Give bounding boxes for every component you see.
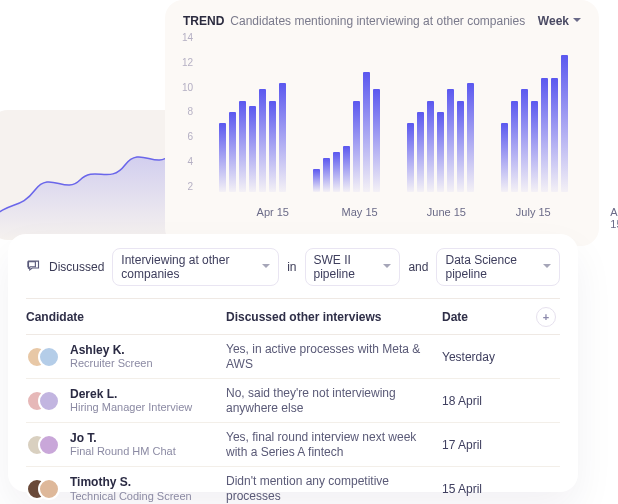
table-row[interactable]: Timothy S.Technical Coding ScreenDidn't … xyxy=(26,467,560,504)
col-header-candidate: Candidate xyxy=(26,310,226,324)
chart-bar xyxy=(437,112,444,192)
candidate-name: Ashley K. xyxy=(70,344,153,357)
trend-chart: 1412108642 Apr 15May 15June 15July 15Aug… xyxy=(183,38,581,213)
trend-range-dropdown[interactable]: Week xyxy=(538,14,581,28)
col-header-date: Date xyxy=(442,310,532,324)
date-cell: 17 April xyxy=(442,438,532,452)
trend-header: TREND Candidates mentioning interviewing… xyxy=(183,14,581,28)
chart-bar xyxy=(333,152,340,192)
chart-bar xyxy=(531,101,538,192)
chart-bar xyxy=(363,72,370,192)
chart-bar xyxy=(279,83,286,192)
chart-xlabel: June 15 xyxy=(427,206,466,218)
candidate-name: Timothy S. xyxy=(70,476,192,489)
chevron-down-icon xyxy=(573,18,581,26)
filter-bar: Discussed Interviewing at other companie… xyxy=(26,248,560,286)
chart-bar xyxy=(259,89,266,192)
avatar-pair xyxy=(26,388,62,414)
chart-bar xyxy=(427,101,434,192)
chart-bar xyxy=(521,89,528,192)
chart-bar xyxy=(353,101,360,192)
chart-bar xyxy=(511,101,518,192)
chart-xlabel: Apr 15 xyxy=(257,206,289,218)
avatar xyxy=(38,346,60,368)
date-cell: Yesterday xyxy=(442,350,532,364)
discussed-cell: Didn't mention any competitive processes xyxy=(226,474,442,504)
filter-discussed-label: Discussed xyxy=(49,260,104,274)
avatar-pair xyxy=(26,432,62,458)
candidates-table: Candidate Discussed other interviews Dat… xyxy=(26,298,560,504)
filter-pipe1-label: SWE II pipeline xyxy=(314,253,378,281)
table-header-row: Candidate Discussed other interviews Dat… xyxy=(26,299,560,335)
chart-bar xyxy=(229,112,236,192)
chart-bar xyxy=(323,158,330,192)
chart-bar xyxy=(541,78,548,192)
chart-bar xyxy=(219,123,226,192)
chart-bar xyxy=(501,123,508,192)
add-column-button[interactable]: + xyxy=(536,307,556,327)
avatar xyxy=(38,478,60,500)
chart-xlabel: Aug 15 xyxy=(610,206,618,230)
discussed-cell: Yes, in active processes with Meta & AWS xyxy=(226,342,442,372)
chart-bar xyxy=(249,106,256,192)
table-row[interactable]: Ashley K.Recruiter ScreenYes, in active … xyxy=(26,335,560,379)
chevron-down-icon xyxy=(543,264,551,272)
chart-bar xyxy=(447,89,454,192)
chart-bar xyxy=(467,83,474,192)
trend-range-label: Week xyxy=(538,14,569,28)
trend-yaxis-labels: 1412108642 xyxy=(177,32,193,192)
candidate-stage: Hiring Manager Interview xyxy=(70,401,192,413)
chart-bar xyxy=(457,101,464,192)
chart-bar xyxy=(551,78,558,192)
filter-in-label: in xyxy=(287,260,296,274)
filter-pipeline1-dropdown[interactable]: SWE II pipeline xyxy=(305,248,401,286)
chart-bar xyxy=(313,169,320,192)
chart-xlabel: May 15 xyxy=(342,206,378,218)
chart-xlabel: July 15 xyxy=(516,206,551,218)
filter-topic-dropdown[interactable]: Interviewing at other companies xyxy=(112,248,279,286)
chart-bar xyxy=(239,101,246,192)
table-row[interactable]: Derek L.Hiring Manager InterviewNo, said… xyxy=(26,379,560,423)
chart-bar xyxy=(407,123,414,192)
chart-bar xyxy=(373,89,380,192)
trend-title-sub: Candidates mentioning interviewing at ot… xyxy=(230,14,525,28)
avatar xyxy=(38,390,60,412)
candidate-stage: Technical Coding Screen xyxy=(70,490,192,502)
filter-topic-label: Interviewing at other companies xyxy=(121,253,256,281)
discussed-cell: No, said they're not interviewing anywhe… xyxy=(226,386,442,416)
chart-bar xyxy=(343,146,350,192)
filter-and-label: and xyxy=(408,260,428,274)
avatar xyxy=(38,434,60,456)
date-cell: 15 April xyxy=(442,482,532,496)
filter-pipeline2-dropdown[interactable]: Data Science pipeline xyxy=(436,248,560,286)
candidate-name: Jo T. xyxy=(70,432,176,445)
col-header-discussed: Discussed other interviews xyxy=(226,310,442,324)
chart-bar xyxy=(561,55,568,192)
chat-icon xyxy=(26,258,41,276)
insights-table-card: Discussed Interviewing at other companie… xyxy=(8,234,578,492)
filter-pipe2-label: Data Science pipeline xyxy=(445,253,537,281)
chevron-down-icon xyxy=(383,264,391,272)
chevron-down-icon xyxy=(262,264,270,272)
candidate-stage: Recruiter Screen xyxy=(70,357,153,369)
avatar-pair xyxy=(26,476,62,502)
trend-title-strong: TREND xyxy=(183,14,224,28)
trend-card: TREND Candidates mentioning interviewing… xyxy=(165,0,599,246)
table-row[interactable]: Jo T.Final Round HM ChatYes, final round… xyxy=(26,423,560,467)
candidate-stage: Final Round HM Chat xyxy=(70,445,176,457)
trend-chart-bars xyxy=(199,32,581,192)
avatar-pair xyxy=(26,344,62,370)
discussed-cell: Yes, final round interview next week wit… xyxy=(226,430,442,460)
date-cell: 18 April xyxy=(442,394,532,408)
chart-bar xyxy=(269,101,276,192)
chart-bar xyxy=(417,112,424,192)
candidate-name: Derek L. xyxy=(70,388,192,401)
